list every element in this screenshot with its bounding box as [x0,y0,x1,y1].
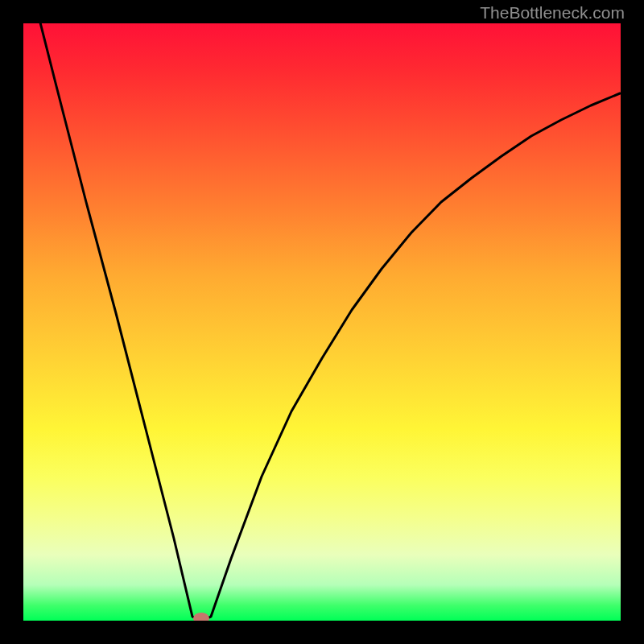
data-marker [193,613,209,621]
curve-path [28,23,620,620]
watermark-text: TheBottleneck.com [480,3,625,23]
chart-root: TheBottleneck.com [0,0,644,644]
plot-area [23,23,621,621]
chart-svg [23,23,621,621]
